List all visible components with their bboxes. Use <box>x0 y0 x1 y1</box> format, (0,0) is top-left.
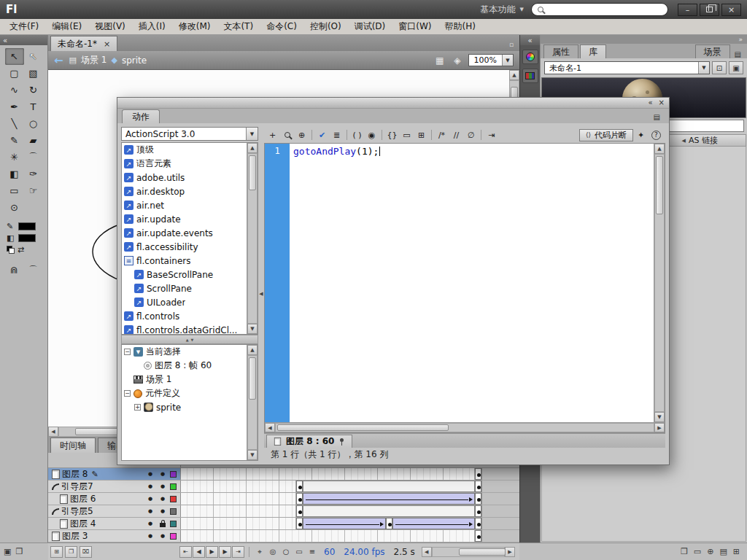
keyframe[interactable] <box>475 481 481 492</box>
layer-name-cell[interactable]: 引导层5●● <box>48 505 181 517</box>
window-status-icon[interactable]: ❒ <box>681 547 688 556</box>
current-frame-field[interactable]: 60 <box>324 547 335 557</box>
layer-lock-icon[interactable] <box>160 523 166 527</box>
layer-visibility-dot[interactable]: ● <box>145 521 155 526</box>
new-layer-button[interactable]: ⊞ <box>50 546 63 558</box>
timeline-end-area[interactable] <box>481 493 519 505</box>
actions-panel-header[interactable]: « × <box>117 98 669 109</box>
timeline-layer-row[interactable]: 图层 4● <box>48 518 519 530</box>
toolbox-scrollbar[interactable]: ▲▼ <box>247 143 258 334</box>
help-icon[interactable]: ? <box>651 131 661 140</box>
layer-outline-color[interactable] <box>170 496 177 502</box>
motion-tween-span[interactable] <box>303 493 475 505</box>
scroll-up-icon[interactable]: ▲ <box>247 345 258 355</box>
sprite-item[interactable]: +sprite <box>122 400 247 414</box>
scrollbar-track[interactable] <box>654 154 665 412</box>
layer-outline-color[interactable] <box>170 521 177 527</box>
layer-visibility-dot[interactable]: ● <box>145 471 155 477</box>
layer-frames[interactable] <box>181 481 519 492</box>
layer-name-cell[interactable]: 图层 3●● <box>48 530 181 542</box>
oval-tool[interactable]: ○ <box>24 115 43 132</box>
lasso-tool[interactable]: ∿ <box>5 82 24 98</box>
tree-item[interactable]: ≡fl.containers <box>122 254 247 268</box>
eyedropper-tool[interactable]: ✑ <box>24 166 43 182</box>
document-tab[interactable]: 未命名-1* × <box>50 36 117 51</box>
back-button[interactable]: ← <box>54 54 63 67</box>
script-assist-icon[interactable]: ✦ <box>634 128 648 141</box>
delete-layer-button[interactable]: ⌧ <box>80 546 92 558</box>
hand-tool[interactable]: ☞ <box>24 182 43 199</box>
center-frame-button[interactable]: ⌖ <box>253 546 266 558</box>
layer-lock-dot[interactable]: ● <box>158 496 168 502</box>
onion-skin-outlines-button[interactable]: ○ <box>279 546 293 558</box>
rows-status-icon[interactable]: ▤ <box>719 547 727 556</box>
pencil-tool[interactable]: ✎ <box>5 132 24 149</box>
empty-frames[interactable] <box>181 530 475 542</box>
scroll-down-icon[interactable]: ▼ <box>654 412 665 422</box>
keyframe[interactable] <box>475 493 481 505</box>
swatches-panel-icon[interactable] <box>522 69 538 83</box>
tree-item[interactable]: ↗adobe.utils <box>122 171 247 184</box>
snap-to-objects-option[interactable]: ⋒ <box>5 262 24 279</box>
scene-breadcrumb[interactable]: 场景 1 <box>81 54 107 66</box>
keyframe[interactable] <box>296 481 303 492</box>
expander-icon[interactable]: + <box>134 404 141 411</box>
timeline-layer-row[interactable]: 图层 3●● <box>48 530 519 542</box>
layer-name-cell[interactable]: 引导层7●● <box>48 481 181 492</box>
zoom-select[interactable]: 100% ▼ <box>468 54 514 66</box>
check-syntax-button[interactable]: ✔ <box>315 128 329 141</box>
edit-multiple-frames-button[interactable]: ▭ <box>293 546 306 558</box>
swap-colors-button[interactable]: ⇄ <box>18 245 26 254</box>
layer-frames[interactable] <box>181 468 519 480</box>
tree-item[interactable]: ↗BaseScrollPane <box>122 268 247 281</box>
layer-name-cell[interactable]: 图层 6●● <box>48 493 181 505</box>
layer-outline-color[interactable] <box>170 483 177 490</box>
frame-status-icon[interactable]: ▭ <box>694 547 701 556</box>
collapse-dock-icon[interactable]: » <box>738 36 743 43</box>
keyframe[interactable] <box>475 518 481 529</box>
collapse-selection-button[interactable]: ▭ <box>400 128 414 141</box>
menu-item[interactable]: 视图(V) <box>88 19 132 35</box>
color-panel-icon[interactable] <box>522 50 538 64</box>
subselection-tool[interactable]: ↖ <box>24 48 43 65</box>
scroll-left-icon[interactable]: ◀ <box>422 547 432 557</box>
go-to-first-frame-button[interactable]: ⇤ <box>179 546 192 558</box>
layer8-frame60-item[interactable]: 图层 8 : 帧 60 <box>122 359 247 373</box>
tree-item[interactable]: ↗fl.controls.dataGridCl... <box>122 323 247 334</box>
script-tab[interactable]: 图层 8 : 60 <box>266 435 352 448</box>
add-new-item-button[interactable]: + <box>266 128 279 141</box>
menu-item[interactable]: 控制(O) <box>303 19 348 35</box>
layer-visibility-dot[interactable]: ● <box>145 533 155 539</box>
tree-item[interactable]: ↗fl.accessibility <box>122 240 247 254</box>
empty-frames[interactable] <box>181 481 296 492</box>
pin-script-icon[interactable] <box>338 438 345 446</box>
show-hide-toolbox-button[interactable]: ⇥ <box>484 128 498 141</box>
keyframe[interactable] <box>296 493 303 505</box>
editor-horizontal-scrollbar[interactable]: ◀▶ <box>265 422 665 432</box>
scroll-right-icon[interactable]: ▶ <box>654 423 665 432</box>
keyframe[interactable] <box>475 468 481 480</box>
tree-item[interactable]: ↗语言元素 <box>122 157 247 171</box>
layer-outline-color[interactable] <box>170 533 177 540</box>
default-colors-button[interactable] <box>7 246 15 254</box>
motion-tween-span[interactable] <box>392 518 475 529</box>
find-button[interactable] <box>280 128 294 141</box>
scroll-right-icon[interactable]: ▶ <box>505 547 515 557</box>
scroll-left-icon[interactable]: ◀ <box>48 427 58 437</box>
menu-item[interactable]: 命令(C) <box>260 19 303 35</box>
layer-visibility-dot[interactable]: ● <box>145 483 155 489</box>
scroll-up-icon[interactable]: ▲ <box>247 143 258 153</box>
close-panel-icon[interactable]: × <box>659 99 665 106</box>
grid-status-icon[interactable]: ▣ <box>4 547 11 556</box>
keyframe[interactable] <box>475 530 481 542</box>
keyframe[interactable] <box>296 505 303 517</box>
panes-splitter[interactable]: ◀ <box>258 127 264 461</box>
edit-scene-button[interactable]: ▦ <box>433 55 446 66</box>
scroll-columns-icon[interactable]: ◀ <box>679 138 689 144</box>
navigator-scrollbar[interactable]: ▲▼ <box>247 345 258 460</box>
layer-frames[interactable] <box>181 530 519 542</box>
tree-item[interactable]: ↗fl.controls <box>122 309 247 323</box>
empty-frames[interactable] <box>181 468 475 480</box>
fill-color-swatch[interactable] <box>18 234 36 242</box>
current-selection-item[interactable]: −▼当前选择 <box>122 345 247 359</box>
